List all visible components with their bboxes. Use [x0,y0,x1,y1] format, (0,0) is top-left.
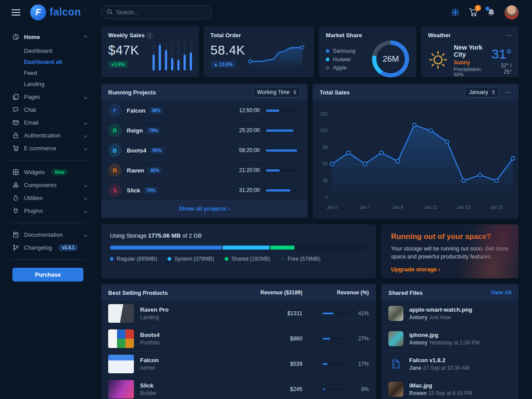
working-time-select[interactable]: Working Time [253,87,301,98]
weekly-bar-fill [171,58,173,70]
file-time: 27 Sep at 10:30 AM [423,365,469,371]
market-share-legend: SamsungHuaweiApple [326,48,356,73]
file-name[interactable]: Falcon v1.8.2 [409,357,469,364]
weekly-bar-fill [165,50,167,70]
product-thumbnail[interactable] [108,355,134,373]
product-name[interactable]: Raven Pro [140,306,168,313]
product-percent-bar [323,388,350,390]
product-name[interactable]: Slick [140,382,156,389]
sidebar-item-label: Components [24,182,57,188]
project-name[interactable]: Reign [127,127,143,134]
search-box[interactable] [101,5,212,19]
chevron-down-icon [84,146,87,150]
file-time: 23 Sep at 6:10 PM [428,390,472,396]
product-name[interactable]: Falcon [140,357,159,364]
weather-more-menu[interactable]: ⋯ [505,31,512,39]
help-icon[interactable]: ? [147,33,153,39]
sidebar-item-components[interactable]: Components [0,179,96,192]
storage-legend-label: System (379MB) [174,256,214,262]
sidebar-item-documentation[interactable]: Documentation [0,228,96,241]
total-sales-more-menu[interactable]: ⋯ [505,88,512,96]
settings-gear-icon[interactable] [451,8,460,17]
sidebar-item-label: Authentication [24,132,60,139]
sidebar-submenu: DashboardDashboard altFeedLanding [0,43,96,90]
hamburger-menu-icon[interactable] [12,8,20,17]
changelog-badge: v2.4.1 [59,244,78,251]
sidebar-subitem-feed[interactable]: Feed [0,67,96,78]
project-name[interactable]: Slick [127,187,140,194]
search-input[interactable] [116,9,206,16]
chevron-up-icon [84,35,87,39]
shared-file-row[interactable]: iMac.jpgRowen 23 Sep at 6:10 PM [381,376,519,399]
product-name[interactable]: Boots4 [140,332,160,338]
product-category[interactable]: Admin [140,365,159,371]
file-meta: Antony Just Now [409,314,472,321]
weekly-sales-badge: +3.5% [108,61,128,68]
upgrade-storage-link[interactable]: Upgrade storage › [391,266,440,273]
file-name[interactable]: iphone.jpg [409,332,480,338]
product-category[interactable]: Portfolio [140,340,160,346]
view-all-link[interactable]: View All [491,289,512,296]
show-all-projects-link[interactable]: Show all projects › [101,200,308,217]
sidebar-item-plugins[interactable]: Plugins [0,204,96,217]
shared-file-row[interactable]: apple-smart-watch.pngAntony Just Now [381,301,519,326]
cart-icon[interactable]: 1 [469,8,478,17]
sidebar-item-home[interactable]: Home [0,31,96,43]
sidebar-item-widgets[interactable]: WidgetsNew [0,166,96,179]
product-percent-fill [323,363,328,365]
best-selling-panel: Best Selling Products Revenue ($3189) Re… [101,284,376,399]
project-percent-badge: 79% [146,127,160,134]
weekly-bar [184,41,186,70]
project-name[interactable]: Boots4 [127,147,146,154]
sidebar-subitem-dashboard-alt[interactable]: Dashboard alt [0,56,96,67]
product-text: Boots4Portfolio [140,332,160,346]
product-category[interactable]: Builder [140,390,156,396]
product-thumbnail[interactable] [108,380,134,399]
main-content: 1 Weekly Sales? $47K +3.5% [96,0,532,399]
product-percent-bar [323,363,350,365]
product-percent-cell: 27% [302,336,369,342]
product-text: FalconAdmin [140,357,159,371]
sidebar-item-email[interactable]: Email [0,116,96,129]
file-name[interactable]: iMac.jpg [409,382,472,389]
file-name[interactable]: apple-smart-watch.png [409,306,472,313]
falcon-logo[interactable]: F falcon [30,4,81,20]
chat-icon [12,106,19,113]
project-name[interactable]: Falcon [127,107,145,114]
shared-file-row[interactable]: Falcon v1.8.2Jane 27 Sep at 10:30 AM [381,351,519,376]
sidebar-item-e-commerce[interactable]: E commerce [0,142,96,155]
revenue-column-header: Revenue ($3189) [249,289,302,296]
user-avatar[interactable] [505,5,519,20]
month-select[interactable]: January [465,87,499,98]
file-meta: Antony Yesterday at 1:30 PM [409,340,480,346]
chevron-down-icon [84,95,87,98]
market-share-donut-chart: 26M [372,40,409,78]
legend-dot [225,257,228,261]
sidebar-subitem-dashboard[interactable]: Dashboard [0,45,96,56]
shared-file-row[interactable]: iphone.jpgAntony Yesterday at 1:30 PM [381,326,519,351]
revenue-pct-column-header: Revenue (%) [302,289,369,296]
sidebar-item-chat[interactable]: Chat [0,103,96,116]
purchase-button[interactable]: Purchase [12,268,83,282]
notifications-bell-icon[interactable] [487,8,496,17]
weekly-sales-title: Weekly Sales? [108,32,192,39]
sidebar-item-utilities[interactable]: Utilities [0,192,96,204]
product-thumbnail[interactable] [108,329,134,348]
sidebar-item-changelog[interactable]: Changelogv2.4.1 [0,241,96,254]
svg-text:150: 150 [320,112,328,117]
svg-text:Jan 11: Jan 11 [424,205,438,210]
file-meta: Rowen 23 Sep at 6:10 PM [409,390,472,396]
file-text: apple-smart-watch.pngAntony Just Now [409,306,472,321]
product-thumbnail[interactable] [108,304,134,323]
sidebar-subitem-landing[interactable]: Landing [0,78,96,90]
storage-segment-1 [223,246,270,250]
project-name[interactable]: Raven [127,167,144,174]
sidebar-divider [10,223,86,223]
weekly-bar [159,41,161,70]
running-projects-panel: Running Projects Working Time FFalcon38%… [101,84,308,219]
sidebar-item-authentication[interactable]: Authentication [0,129,96,142]
sidebar-item-pages[interactable]: Pages [0,90,96,103]
storage-legend-label: Shared (192MB) [231,256,270,262]
product-category[interactable]: Landing [140,314,168,321]
project-progress-fill [266,189,290,192]
